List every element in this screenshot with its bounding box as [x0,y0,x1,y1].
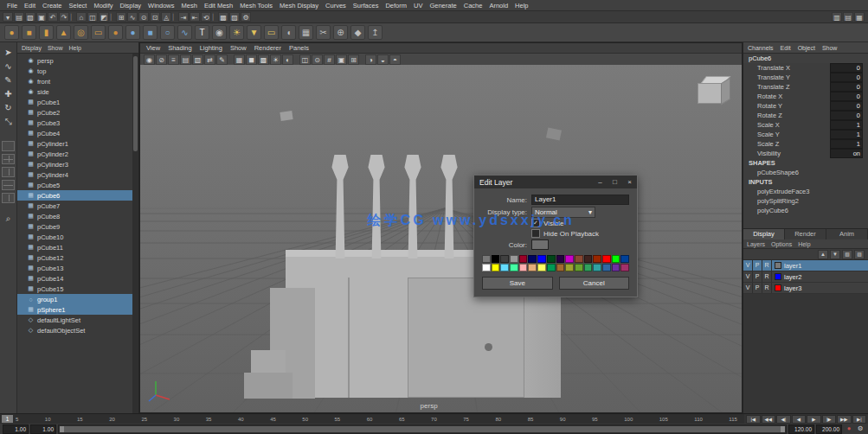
layer-toggle-p[interactable]: P [753,271,762,282]
layer-editor-menu-layers[interactable]: Layers [747,241,765,247]
input-connections-icon[interactable]: ⇥ [178,12,189,22]
resolution-gate-icon[interactable]: # [324,54,335,65]
menu-generate[interactable]: Generate [426,2,460,10]
nurbs-sphere-icon[interactable]: ● [125,25,140,40]
outliner-item[interactable]: ◉top [17,66,132,76]
menu-surfaces[interactable]: Surfaces [350,2,383,10]
palette-swatch[interactable] [556,264,565,271]
layer-toggle-r[interactable]: R [762,283,772,293]
viewport-menu-panels[interactable]: Panels [289,44,309,52]
poly-cube-icon[interactable]: ■ [22,25,36,40]
animation-preferences-icon[interactable]: ⚙ [855,424,865,433]
palette-swatch[interactable] [612,255,620,263]
render-settings-icon[interactable]: ⚙ [241,12,251,22]
target-weld-icon[interactable]: ⊕ [333,25,348,40]
outliner-item[interactable]: ▦pCube3 [17,118,132,128]
poly-plane-icon[interactable]: ▭ [91,25,106,40]
menu-modify[interactable]: Modify [90,2,116,10]
range-slider-right-handle[interactable] [781,426,785,432]
palette-swatch[interactable] [565,255,574,263]
animation-end-field[interactable]: 200.00 [816,424,842,434]
layer-toggle-v[interactable]: V [743,260,753,271]
text-tool-icon[interactable]: T [195,25,209,40]
input-node-name[interactable]: polyExtrudeFace3 [743,187,868,196]
channel-value-field[interactable]: 0 [830,73,863,82]
select-hierarchy-icon[interactable]: ⌂ [76,12,87,22]
palette-swatch[interactable] [584,264,593,271]
menu-display[interactable]: Display [117,2,145,10]
menu-mesh[interactable]: Mesh [178,2,201,10]
menu-mesh-tools[interactable]: Mesh Tools [236,2,276,10]
zoom-tool[interactable]: ⌕ [2,212,16,226]
outliner-item[interactable]: ▦pCube4 [17,128,132,138]
multi-cut-icon[interactable]: ✂ [316,25,331,40]
playback-start-field[interactable]: 1.00 [30,424,56,434]
palette-swatch[interactable] [620,264,629,271]
viewport-menu-view[interactable]: View [146,44,160,52]
bookmarks-icon[interactable]: ▤ [180,54,191,65]
outliner-item[interactable]: ▦pCube5 [17,180,132,190]
nurbs-cube-icon[interactable]: ■ [143,25,158,40]
maximize-button[interactable]: □ [608,176,622,188]
output-connections-icon[interactable]: ⇤ [190,12,200,22]
input-node-name[interactable]: polySplitRing2 [743,196,868,206]
redo-icon[interactable]: ↷ [59,12,69,22]
channel-value-field[interactable]: 0 [830,101,863,111]
palette-swatch[interactable] [482,264,491,271]
outliner-item[interactable]: ◉side [17,86,132,97]
layer-editor-menu-help[interactable]: Help [798,241,810,247]
palette-swatch[interactable] [510,255,518,263]
outliner-item[interactable]: ▦pSphere1 [17,304,132,315]
outliner-item[interactable]: ◉persp [17,55,132,66]
layout-two-vertical[interactable] [2,167,15,177]
spot-light-icon[interactable]: ▼ [247,25,261,40]
gamma-icon[interactable]: ◒ [377,54,389,65]
new-layer-icon[interactable]: ▧ [842,250,852,259]
outliner-item[interactable]: ▦pCube9 [17,221,132,232]
shaded-icon[interactable]: ◼ [246,54,257,65]
time-slider[interactable]: 1 51015202530354045505560657075808590951… [0,413,744,424]
close-button[interactable]: × [622,176,637,188]
open-scene-icon[interactable]: ▧ [25,12,35,22]
layout-two-horizontal[interactable] [2,180,15,190]
shadows-icon[interactable]: ◐ [282,54,293,65]
menu-edit-mesh[interactable]: Edit Mesh [201,2,236,10]
outliner-item[interactable]: ▦pCube10 [17,232,132,242]
layer-color-swatch[interactable] [775,284,781,291]
channel-value-field[interactable]: 0 [830,63,863,73]
undo-icon[interactable]: ↶ [48,12,58,22]
workspace-selector[interactable]: ▾ [3,12,13,22]
paint-select-tool[interactable]: ✎ [2,73,16,87]
grease-pencil-icon[interactable]: ✎ [216,54,228,65]
palette-swatch[interactable] [565,264,574,271]
viewport-menu-renderer[interactable]: Renderer [254,44,281,52]
poly-sphere-icon[interactable]: ● [4,25,19,40]
outliner-scrollbar[interactable] [132,54,138,413]
camera-attributes-icon[interactable]: ≡ [168,54,179,65]
sidebar-tool-settings-icon[interactable]: ▤ [843,12,853,22]
layer-toggle-r[interactable]: R [762,271,772,282]
palette-swatch[interactable] [482,255,491,263]
xray-icon[interactable]: ◫ [299,54,311,65]
outliner-item[interactable]: ▦pCube11 [17,242,132,252]
extrude-icon[interactable]: ↥ [368,25,383,40]
shape-node-name[interactable]: pCubeShape6 [743,168,868,177]
hide-on-playback-checkbox[interactable] [531,229,540,238]
outliner-item[interactable]: ▦pCylinder3 [17,159,132,169]
current-color-swatch[interactable] [531,239,549,250]
viewport-menu-lighting[interactable]: Lighting [200,44,222,52]
playback-end-field[interactable]: 120.00 [788,424,814,434]
layer-row[interactable]: VPRlayer2 [743,271,868,283]
channel-value-field[interactable]: 0 [830,111,863,120]
step-forward-frame-button[interactable]: |▶ [822,415,837,424]
step-back-frame-button[interactable]: ◀| [776,415,791,424]
view-cube[interactable] [695,75,731,106]
view-cube-front-face[interactable] [698,83,722,104]
sidebar-channel-box-icon[interactable]: ▦ [854,12,865,22]
channel-value-field[interactable]: 1 [830,120,863,130]
cancel-button[interactable]: Cancel [559,277,630,290]
layout-single-pane[interactable] [2,141,15,151]
channelbox-menu-object[interactable]: Object [798,45,815,51]
bevel-icon[interactable]: ◆ [350,25,365,40]
ambient-occlusion-icon[interactable]: ◓ [389,54,401,65]
